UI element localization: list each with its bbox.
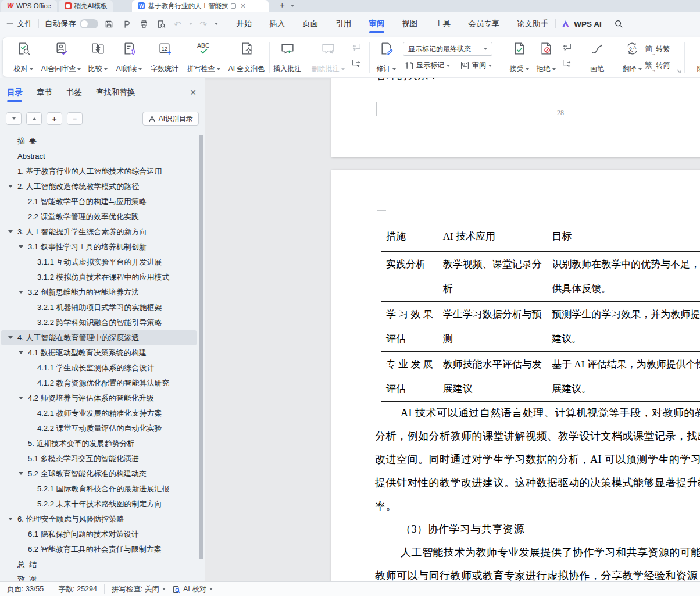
toc-expand-arrow-icon[interactable] — [28, 276, 37, 279]
table-cell[interactable]: 专 业 发 展评估 — [381, 352, 438, 402]
toc-item[interactable]: 3.1.2 模拟仿真技术在课程中的应用模式 — [1, 270, 197, 285]
toc-expand-all-button[interactable]: ＋ — [47, 112, 62, 125]
review-pane-button[interactable]: 审阅 — [460, 60, 492, 70]
toc-expand-arrow-icon[interactable] — [19, 472, 28, 475]
sidebar-tab-bookmarks[interactable]: 书签 — [66, 80, 82, 105]
paragraph-line[interactable]: AI 技术可以通过自然语言处理、计算机视觉等手段，对教师的教学实践进 — [375, 401, 700, 424]
toc-expand-arrow-icon[interactable] — [19, 200, 28, 203]
toc-item[interactable]: 2.1 智能教学平台的构建与应用策略 — [1, 194, 197, 209]
table-cell[interactable]: 教学视频、课堂记录分析 — [438, 252, 547, 302]
search-icon[interactable] — [614, 19, 623, 28]
toc-item[interactable]: 6.1 隐私保护问题的技术对策设计 — [1, 527, 197, 542]
previous-comment-icon[interactable] — [351, 42, 362, 52]
menu-member[interactable]: 会员专享 — [467, 13, 501, 35]
accept-revision-button[interactable]: 接受 — [506, 41, 532, 74]
toc-expand-arrow-icon[interactable] — [28, 366, 37, 369]
print-preview-icon[interactable] — [156, 19, 166, 29]
save-icon[interactable] — [104, 19, 114, 29]
toc-expand-arrow-icon[interactable] — [8, 155, 17, 158]
toc-item[interactable]: 致 谢 — [1, 572, 197, 581]
table-cell[interactable]: 实践分析 — [381, 252, 438, 302]
print-icon[interactable] — [139, 19, 149, 29]
to-simplified-button[interactable]: 繁 转简 — [645, 60, 670, 70]
toc-expand-arrow-icon[interactable] — [8, 140, 17, 142]
toc-item[interactable]: 3. 人工智能提升学生综合素养的新方向 — [1, 224, 197, 240]
compare-button[interactable]: 比较 — [84, 41, 111, 74]
tab-list-dropdown-icon[interactable] — [291, 5, 294, 7]
toc-expand-arrow-icon[interactable] — [19, 351, 28, 354]
paragraph-line[interactable]: 教师可以与同行教师或教育专家进行虚拟协作，分享教学经验和资源，共同探 — [375, 564, 700, 581]
word-count-indicator[interactable]: 字数: 25294 — [58, 584, 97, 594]
toc-expand-arrow-icon[interactable] — [28, 427, 37, 430]
toc-expand-arrow-icon[interactable] — [19, 215, 28, 218]
toc-expand-arrow-icon[interactable] — [19, 548, 28, 551]
table-header-cell[interactable]: 措施 — [381, 224, 438, 252]
toc-item[interactable]: 总 结 — [1, 557, 197, 572]
toc-item[interactable]: 3.1 叙事性学习工具的培养机制创新 — [1, 240, 197, 255]
proofread-button[interactable]: 校对 — [9, 41, 38, 74]
toc-item[interactable]: 4.1.1 学生成长监测体系的综合设计 — [1, 361, 197, 376]
tab-docer-ai-templates[interactable]: 稻壳AI模板 — [59, 0, 113, 12]
export-pdf-icon[interactable] — [122, 19, 131, 29]
toc-item[interactable]: 6. 伦理安全顾虑与风险防控策略 — [1, 512, 197, 527]
toc-expand-arrow-icon[interactable] — [28, 306, 37, 309]
new-tab-button[interactable]: ＋ — [270, 0, 291, 12]
menu-review[interactable]: 审阅 — [367, 13, 385, 35]
translate-button[interactable]: 文A 翻译 — [619, 41, 645, 74]
autosave-toggle[interactable] — [80, 19, 98, 28]
insert-comment-button[interactable]: 插入批注 — [270, 41, 304, 74]
toc-expand-arrow-icon[interactable] — [8, 563, 17, 566]
spell-check-button[interactable]: ABC 拼写检查 — [183, 41, 224, 74]
toc-expand-arrow-icon[interactable] — [19, 245, 28, 248]
undo-icon[interactable]: ↶ — [174, 20, 181, 28]
sidebar-scrollbar[interactable] — [199, 135, 203, 559]
sidebar-tab-chapters[interactable]: 章节 — [37, 80, 52, 105]
toc-item[interactable]: 3.2.2 跨学科知识融合的智能引导策略 — [1, 315, 197, 330]
tab-current-document[interactable]: W 基于教育行业的人工智能技 ✕ — [132, 0, 269, 12]
wps-ai-button[interactable]: WPS AI — [562, 20, 602, 28]
paragraph-line[interactable]: 提供针对性的教学改进建议。这种数据驱动的决策模式能够显著提升教师的专 — [375, 471, 700, 494]
toc-item[interactable]: 6.2 智能教育工具的社会责任与限制方案 — [1, 542, 197, 557]
toc-expand-arrow-icon[interactable] — [28, 412, 37, 415]
menu-paper-assistant[interactable]: 论文助手 — [516, 13, 549, 35]
toc-item[interactable]: 1. 基于教育行业的人工智能技术的综合运用 — [1, 164, 197, 179]
tab-wps-office[interactable]: W WPS Office — [1, 0, 57, 12]
menu-tools[interactable]: 工具 — [434, 13, 452, 35]
table-header-cell[interactable]: 目标 — [547, 224, 700, 252]
group-expand-icon[interactable] — [676, 69, 681, 74]
ai-contract-review-button[interactable]: AI合同审查 — [38, 41, 84, 74]
toc-expand-arrow-icon[interactable] — [8, 185, 17, 188]
spellcheck-status[interactable]: 拼写检查: 关闭 — [112, 584, 166, 594]
toc-expand-arrow-icon[interactable] — [19, 397, 28, 399]
table-cell[interactable]: 教师技能水平评估与发展建议 — [438, 352, 547, 402]
toc-item[interactable]: Abstract — [1, 149, 197, 164]
restrict-editing-button[interactable]: 限制 — [689, 41, 700, 74]
table-cell[interactable]: 识别教师在教学中的优势与不足，为专供具体反馈。 — [547, 252, 700, 302]
redo-icon[interactable]: ↷ — [200, 20, 208, 28]
file-menu-button[interactable]: 文件 — [6, 19, 33, 29]
toc-expand-arrow-icon[interactable] — [8, 230, 17, 233]
autosave-control[interactable]: 自动保存 — [45, 19, 98, 29]
toc-item[interactable]: 2.2 课堂教学管理的效率优化实践 — [1, 209, 197, 224]
table-cell[interactable]: 学生学习数据分析与预测 — [438, 302, 547, 352]
toc-expand-arrow-icon[interactable] — [28, 502, 37, 505]
menu-insert[interactable]: 插入 — [268, 13, 286, 35]
ai-proofread-status[interactable]: AI 校对 — [173, 584, 213, 594]
toc-item[interactable]: 5.2.2 未来十年技术路线图的制定方向 — [1, 497, 197, 512]
menu-reference[interactable]: 引用 — [334, 13, 352, 35]
toc-expand-arrow-icon[interactable] — [19, 457, 28, 460]
markup-state-select[interactable]: 显示标记的最终状态 — [403, 42, 492, 56]
to-traditional-button[interactable]: 简 转繁 — [645, 44, 670, 54]
menu-view[interactable]: 视图 — [401, 13, 419, 35]
toc-expand-arrow-icon[interactable] — [8, 336, 17, 339]
toc-item[interactable]: 4. 人工智能在教育管理中的深度渗透 — [1, 330, 197, 345]
toc-item[interactable]: 4.2.2 课堂互动质量评估的自动化实验 — [1, 421, 197, 436]
menu-home[interactable]: 开始 — [235, 13, 253, 35]
page-indicator[interactable]: 页面: 33/55 — [7, 584, 44, 594]
table-cell[interactable]: 学 习 效 果评估 — [381, 302, 438, 352]
pen-button[interactable]: 画笔 — [584, 41, 610, 74]
ai-recognize-toc-button[interactable]: AI识别目录 — [142, 112, 199, 126]
undo-dropdown-icon[interactable] — [189, 23, 192, 25]
quick-toolbar-dropdown-icon[interactable] — [215, 23, 218, 25]
toc-expand-arrow-icon[interactable] — [28, 260, 37, 263]
